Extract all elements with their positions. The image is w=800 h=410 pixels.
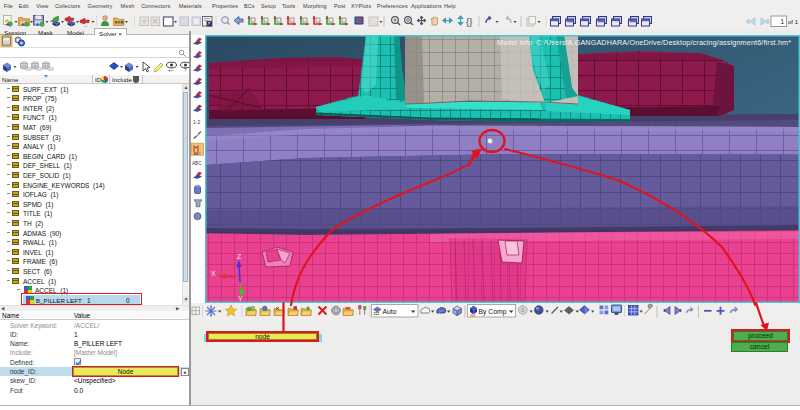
svg-text:of 1: of 1 <box>788 19 799 25</box>
svg-text:ABC: ABC <box>194 152 202 156</box>
svg-text:+/-: +/- <box>168 68 174 73</box>
svg-text:Auto: Auto <box>383 308 397 315</box>
svg-text:?: ? <box>184 68 187 73</box>
svg-text:1: 1 <box>780 18 784 25</box>
svg-text:Z: Z <box>237 253 242 260</box>
svg-text:By Comp: By Comp <box>479 308 507 316</box>
svg-text:...: ... <box>84 22 88 28</box>
svg-text:1·2: 1·2 <box>193 119 200 125</box>
svg-text:X: X <box>211 270 216 277</box>
svg-text:Model Info: C:/Users/A.GANGADH: Model Info: C:/Users/A.GANGADHARA/OneDri… <box>497 38 791 47</box>
svg-text:ABC: ABC <box>192 161 202 166</box>
svg-text:{}: {} <box>466 16 472 27</box>
svg-text:Y: Y <box>238 295 243 302</box>
